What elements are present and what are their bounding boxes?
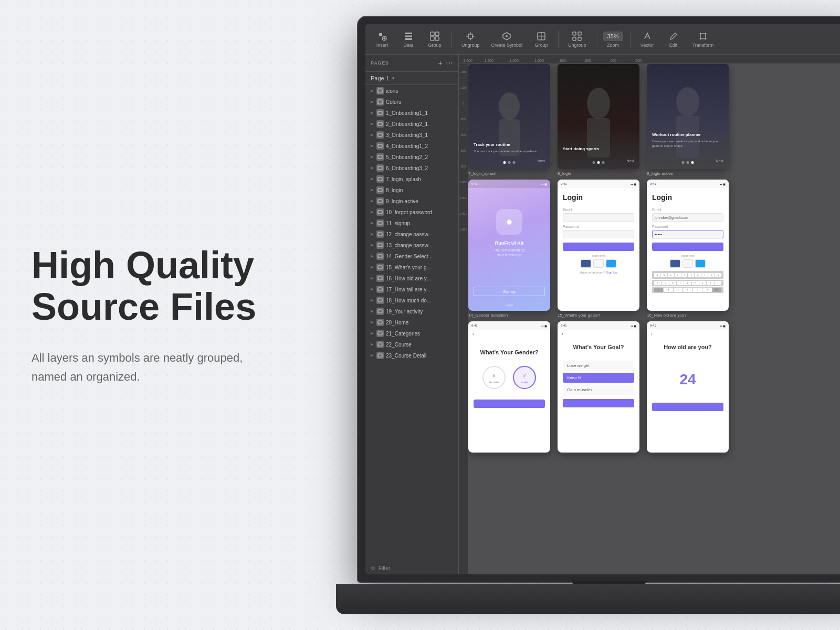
- sidebar-item-text: 23_Course Detail: [386, 353, 454, 359]
- age-screen: 9:41 ▪▪ ◼ ‹ How old are you? 24: [647, 321, 729, 453]
- layer-icon: [376, 197, 384, 205]
- layer-icon: [376, 253, 384, 260]
- sidebar-item-change1[interactable]: ▶ 12_change passw...: [367, 229, 457, 239]
- sidebar-item-course[interactable]: ▶ 22_Course: [367, 339, 457, 350]
- sidebar-item-colors[interactable]: ▶ Colors: [367, 97, 457, 107]
- create-symbol-button[interactable]: Create Symbol: [487, 29, 527, 50]
- sidebar-item-text: 4_Onboarding1_2: [386, 143, 454, 149]
- sidebar-item-home[interactable]: ▶ 20_Home: [367, 317, 457, 328]
- layer-icon: [376, 352, 384, 359]
- edit-button[interactable]: Edit: [662, 29, 685, 50]
- vector-label: Vector: [640, 43, 654, 48]
- sidebar-item-text: 19_Your activity: [386, 309, 454, 314]
- sidebar-item-onboarding1[interactable]: ▶ 1_Onboarding1_1: [367, 108, 457, 118]
- data-button[interactable]: Data: [397, 29, 420, 50]
- collapse-icon: ▶: [369, 232, 374, 236]
- canvas-area[interactable]: -1,600 -1,400 -1,200 -1,000 -800 -600 -4…: [459, 55, 840, 574]
- collapse-icon: ▶: [369, 331, 374, 335]
- male-icon: ♂: [522, 371, 528, 380]
- layer-icon: [376, 175, 384, 183]
- sidebar-item-login-splash[interactable]: ▶ 7_login_splash: [367, 174, 457, 184]
- svg-rect-42: [378, 255, 382, 258]
- svg-rect-18: [578, 32, 581, 35]
- svg-point-23: [699, 33, 701, 34]
- login-active-btn: [652, 243, 723, 251]
- insert-button[interactable]: Insert: [371, 29, 394, 50]
- page-selector[interactable]: Page 1 ▼: [365, 72, 458, 85]
- layer-icon: [376, 286, 384, 293]
- svg-rect-35: [378, 177, 382, 181]
- collapse-icon: ▶: [369, 276, 374, 280]
- ungroup-button[interactable]: Ungroup: [457, 29, 484, 50]
- svg-rect-51: [378, 354, 382, 357]
- sidebar-item-categories[interactable]: ▶ 21_Categories: [367, 328, 457, 339]
- age-label: 16_How old are you?: [647, 313, 687, 318]
- sidebar-item-text: 3_Onboarding3_1: [386, 132, 454, 138]
- onboarding-screen-1: Track your routine You can track your wo…: [468, 64, 550, 169]
- sidebar-item-change2[interactable]: ▶ 13_change passw...: [367, 240, 457, 250]
- ungroup2-button[interactable]: Ungroup: [564, 29, 591, 50]
- sidebar-item-gender[interactable]: ▶ 14_Gender Select...: [367, 251, 457, 261]
- sidebar-item-course-detail[interactable]: ▶ 23_Course Detail: [367, 350, 457, 361]
- svg-rect-27: [378, 89, 382, 93]
- sidebar-item-weight[interactable]: ▶ 18_How much do...: [367, 295, 457, 306]
- svg-rect-9: [435, 32, 439, 36]
- laptop-ventilation: [593, 598, 625, 600]
- collapse-icon: ▶: [369, 166, 374, 170]
- login-splash-screen: 9:41 ▪▪ ◼: [468, 180, 550, 311]
- sidebar-item-signup[interactable]: ▶ 11_signup: [367, 218, 457, 228]
- login-active-screen: 9:41 ▪▪ ◼ Login Email johndoe@gmail.com …: [647, 180, 729, 311]
- sidebar-item-onboarding5[interactable]: ▶ 5_Onboarding2_2: [367, 152, 457, 162]
- google-btn: [593, 259, 604, 268]
- layer-icon: [376, 264, 384, 271]
- svg-rect-8: [435, 37, 439, 40]
- sidebar-item-text: 8_login: [386, 187, 454, 193]
- more-options-icon[interactable]: ⋯: [446, 59, 453, 67]
- goals-top-bar: 9:41 ▪▪ ◼: [558, 321, 639, 330]
- svg-rect-36: [378, 188, 382, 192]
- svg-rect-19: [573, 37, 576, 40]
- group2-button[interactable]: Group: [530, 29, 553, 50]
- collapse-icon: ▶: [369, 122, 374, 126]
- collapse-icon: ▶: [369, 89, 374, 93]
- sidebar-item-login[interactable]: ▶ 8_login: [367, 185, 457, 195]
- group2-icon: [536, 31, 547, 41]
- svg-rect-28: [378, 100, 382, 104]
- layer-icon: [376, 242, 384, 249]
- svg-rect-46: [378, 299, 382, 302]
- continue-btn-gender: [474, 400, 545, 408]
- zoom-button[interactable]: 35% Zoom: [602, 29, 625, 50]
- sidebar-item-text: 9_login-active: [386, 198, 454, 204]
- sidebar-item-text: Colors: [386, 99, 454, 105]
- sidebar-item-text: 1_Onboarding1_1: [386, 110, 454, 116]
- sidebar-item-age[interactable]: ▶ 16_How old are y...: [367, 273, 457, 284]
- sidebar-item-forgot[interactable]: ▶ 10_forgot password: [367, 207, 457, 217]
- nav-dots-2: [593, 161, 605, 164]
- sidebar-item-activity[interactable]: ▶ 19_Your activity: [367, 306, 457, 317]
- sidebar-item-onboarding3[interactable]: ▶ 3_Onboarding3_1: [367, 130, 457, 140]
- sidebar-item-login-active[interactable]: ▶ 9_login-active: [367, 196, 457, 206]
- transform-button[interactable]: Transform: [688, 29, 718, 50]
- svg-point-13: [506, 35, 508, 37]
- layer-icon: [376, 230, 384, 238]
- continue-btn-goals: [563, 399, 634, 407]
- gender-screen-title: What's Your Gender?: [474, 349, 545, 355]
- svg-rect-40: [378, 233, 382, 236]
- login-active-content: Login Email johndoe@gmail.com Password •…: [647, 188, 729, 298]
- group-button[interactable]: Group: [423, 29, 446, 50]
- screen-top-bar-3: 9:41 ▪▪ ◼: [647, 180, 729, 188]
- age-display: 24: [652, 361, 723, 398]
- sidebar-item-text: 20_Home: [386, 320, 454, 326]
- sidebar-item-icons[interactable]: ▶ icons: [367, 86, 457, 96]
- sidebar-item-onboarding2[interactable]: ▶ 2_Onboarding2_1: [367, 119, 457, 129]
- add-page-icon[interactable]: +: [438, 59, 443, 67]
- sketch-app: Insert Data: [365, 24, 840, 574]
- vector-button[interactable]: Vector: [636, 29, 659, 50]
- sidebar-item-goals[interactable]: ▶ 15_What's your g...: [367, 262, 457, 272]
- svg-rect-38: [378, 211, 382, 214]
- sidebar-footer: ⚙ Filter: [365, 562, 458, 574]
- sidebar-item-onboarding6[interactable]: ▶ 6_Onboarding3_2: [367, 163, 457, 173]
- sidebar-item-onboarding4[interactable]: ▶ 4_Onboarding1_2: [367, 141, 457, 151]
- sidebar-item-height[interactable]: ▶ 17_How tall are y...: [367, 284, 457, 295]
- svg-point-25: [699, 38, 701, 39]
